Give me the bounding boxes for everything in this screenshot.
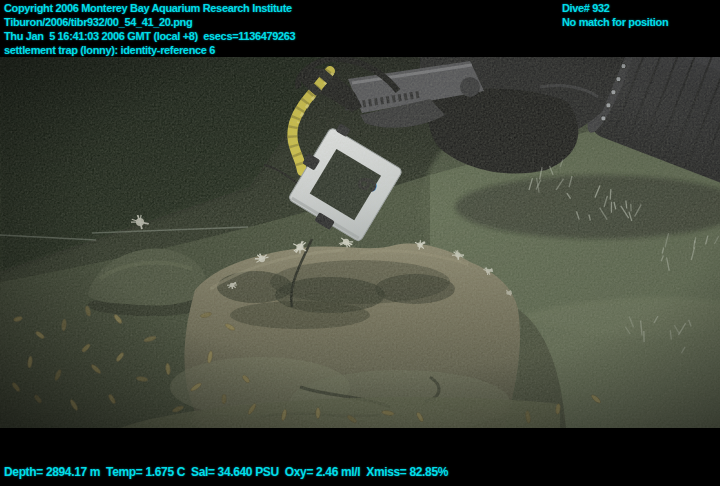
underwater-video-scene: 6 xyxy=(0,57,720,428)
overlay-ctd-telemetry: Depth= 2894.17 m Temp= 1.675 C Sal= 34.6… xyxy=(4,465,448,479)
overlay-dive-number: Dive# 932 xyxy=(562,1,610,15)
overlay-timestamp: Thu Jan 5 16:41:03 2006 GMT (local +8) e… xyxy=(4,29,295,43)
overlay-copyright: Copyright 2006 Monterey Bay Aquarium Res… xyxy=(4,1,292,15)
overlay-annotation: settlement trap (lonny): identity-refere… xyxy=(4,43,215,57)
seafloor-scene-graphic: 6 xyxy=(0,57,720,428)
vignette xyxy=(0,57,720,428)
mbari-video-frame: 6 Copyright 2006 Monterey Bay Aquarium R… xyxy=(0,0,720,486)
overlay-position-status: No match for position xyxy=(562,15,668,29)
overlay-file-path: Tiburon/2006/tibr932/00_54_41_20.png xyxy=(4,15,192,29)
